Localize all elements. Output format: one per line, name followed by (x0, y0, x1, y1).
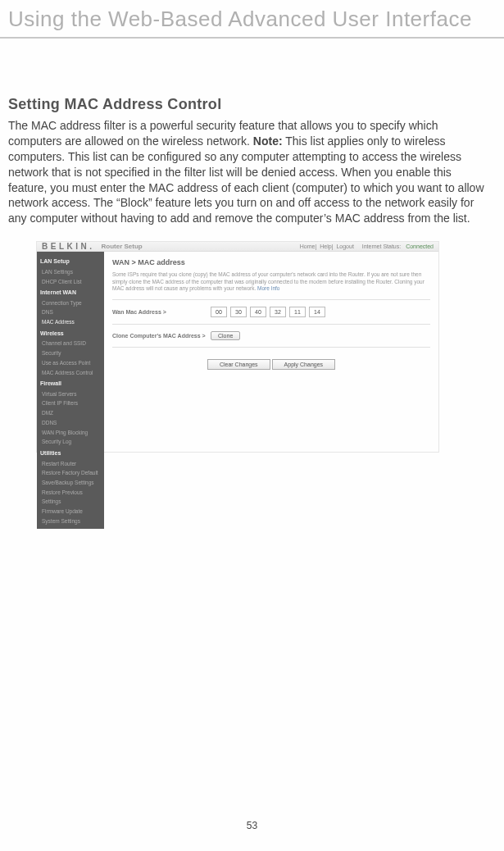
router-main: WAN > MAC address Some ISPs require that… (104, 252, 438, 529)
action-row: Clear Changes Apply Changes (112, 359, 430, 370)
mac-octet-input[interactable]: 30 (230, 307, 247, 317)
router-main-title: WAN > MAC address (112, 258, 430, 266)
mac-address-row: Wan Mac Address > 00 30 40 32 11 14 (112, 307, 430, 317)
top-link-logout[interactable]: Logout (336, 243, 353, 249)
sidebar-head-firewall: Firewall (40, 379, 101, 389)
sidebar-item[interactable]: DNS (40, 307, 101, 317)
sidebar-item[interactable]: DHCP Client List (40, 277, 101, 287)
divider (112, 347, 430, 348)
page-header: Using the Web-Based Advanced User Interf… (0, 0, 504, 39)
sidebar-item[interactable]: Virtual Servers (40, 389, 101, 399)
divider (112, 324, 430, 325)
sidebar-head-lan: LAN Setup (40, 257, 101, 267)
note-label: Note: (253, 134, 283, 148)
clear-changes-button[interactable]: Clear Changes (207, 359, 270, 370)
status-value: Connected (406, 243, 434, 249)
sidebar-item-active[interactable]: MAC Address (40, 317, 101, 327)
content-area: Setting MAC Address Control The MAC addr… (0, 39, 504, 453)
sidebar-item[interactable]: Restore Previous Settings (40, 488, 101, 507)
clone-label: Clone Computer's MAC Address > (112, 333, 211, 339)
router-screenshot: BELKIN. Router Setup Home|Help|Logout In… (36, 241, 439, 453)
sidebar-item[interactable]: LAN Settings (40, 267, 101, 277)
note-body: This list applies only to wireless compu… (8, 134, 484, 225)
divider (112, 299, 430, 300)
router-desc: Some ISPs require that you clone (copy) … (112, 271, 430, 292)
sidebar-item[interactable]: Use as Access Point (40, 358, 101, 368)
router-brand-sub: Router Setup (102, 243, 143, 250)
section-title: Setting MAC Address Control (8, 96, 488, 113)
sidebar-item[interactable]: Restart Router (40, 459, 101, 469)
mac-octet-input[interactable]: 32 (270, 307, 286, 317)
section-body: The MAC address filter is a powerful sec… (8, 118, 488, 226)
sidebar-item[interactable]: WAN Ping Blocking (40, 428, 101, 438)
sidebar-item[interactable]: DDNS (40, 418, 101, 428)
mac-octet-input[interactable]: 40 (250, 307, 266, 317)
mac-label: Wan Mac Address > (112, 309, 211, 315)
sidebar-item[interactable]: Restore Factory Default (40, 468, 101, 478)
router-body: LAN Setup LAN Settings DHCP Client List … (37, 252, 438, 529)
sidebar-item[interactable]: Security Log (40, 437, 101, 447)
router-top-links: Home|Help|Logout Internet Status: Connec… (297, 243, 434, 249)
apply-changes-button[interactable]: Apply Changes (272, 359, 335, 370)
sidebar-item[interactable]: Channel and SSID (40, 339, 101, 348)
sidebar-item[interactable]: Firmware Update (40, 507, 101, 517)
sidebar-item[interactable]: Security (40, 348, 101, 358)
sidebar-item[interactable]: MAC Address Control (40, 368, 101, 378)
router-sidebar: LAN Setup LAN Settings DHCP Client List … (37, 252, 104, 529)
top-link-home[interactable]: Home (300, 243, 316, 249)
sidebar-item[interactable]: Save/Backup Settings (40, 478, 101, 488)
sidebar-item[interactable]: System Settings (40, 517, 101, 526)
router-top-bar: BELKIN. Router Setup Home|Help|Logout In… (37, 242, 438, 252)
sidebar-item[interactable]: Client IP Filters (40, 398, 101, 408)
mac-octet-input[interactable]: 11 (289, 307, 306, 317)
mac-octet-input[interactable]: 14 (309, 307, 325, 317)
sidebar-head-wan: Internet WAN (40, 288, 101, 298)
sidebar-item[interactable]: DMZ (40, 408, 101, 418)
more-info-link[interactable]: More Info (257, 285, 279, 291)
mac-octet-input[interactable]: 00 (211, 307, 227, 317)
clone-button[interactable]: Clone (211, 331, 240, 340)
status-label: Internet Status: (362, 243, 401, 249)
sidebar-head-utilities: Utilities (40, 448, 101, 459)
page-number: 53 (0, 820, 504, 831)
top-link-help[interactable]: Help (320, 243, 331, 249)
clone-row: Clone Computer's MAC Address > Clone (112, 331, 430, 340)
router-brand: BELKIN. (42, 242, 95, 251)
sidebar-item[interactable]: Connection Type (40, 298, 101, 308)
sidebar-head-wireless: Wireless (40, 329, 101, 339)
